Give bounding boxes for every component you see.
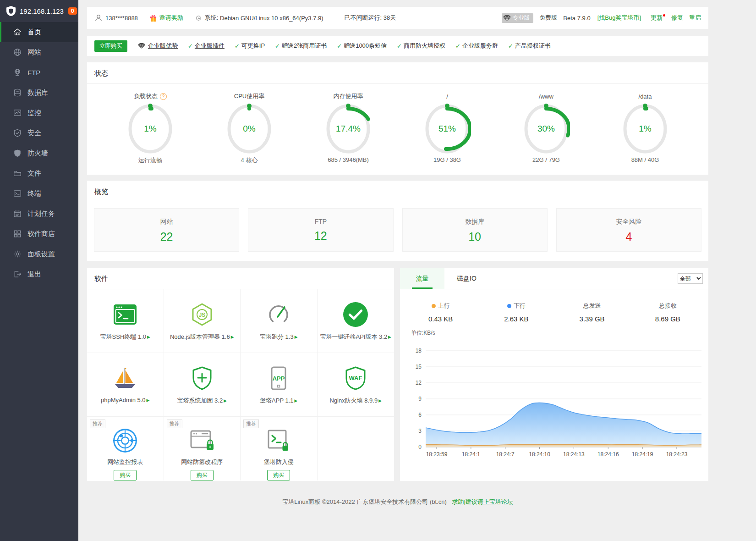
folder-icon xyxy=(13,169,22,177)
software-item-benchmark[interactable]: 宝塔跑分 1.3▶ xyxy=(241,289,318,353)
software-item-label: Node.js版本管理器 1.6▶ xyxy=(170,333,234,341)
overview-label: 数据库 xyxy=(403,218,547,226)
gift-icon xyxy=(150,14,157,22)
sidebar-item-label: 网站 xyxy=(27,48,41,57)
overview-box-databases[interactable]: 数据库10 xyxy=(402,208,548,252)
gauge-value: 1% xyxy=(126,124,174,134)
sidebar-item-monitor[interactable]: 监控 xyxy=(0,103,78,123)
enterprise-advantage-link[interactable]: 企业版优势 xyxy=(137,42,178,50)
sidebar-item-label: 终端 xyxy=(27,189,41,198)
update-notification-dot xyxy=(663,14,665,17)
software-item-nginx-waf[interactable]: WAFNginx防火墙 8.9.9▶ xyxy=(318,353,394,417)
play-icon: ▶ xyxy=(295,398,298,403)
sidebar-item-database[interactable]: 数据库 xyxy=(0,83,78,103)
sidebar-item-site[interactable]: 网站 xyxy=(0,42,78,62)
buy-button[interactable]: 购买 xyxy=(191,470,214,480)
sidebar-item-firewall[interactable]: 防火墙 xyxy=(0,143,78,163)
gauge-value: 30% xyxy=(522,124,570,134)
legend-value: 3.39 GB xyxy=(554,315,630,323)
gear-icon xyxy=(13,250,22,258)
logout-icon xyxy=(13,270,22,278)
bug-bounty-link[interactable]: [找Bug奖宝塔币] xyxy=(597,14,641,22)
sidebar-item-label: 面板设置 xyxy=(27,250,55,259)
gauge-value: 17.4% xyxy=(324,124,372,134)
check-icon: ✓ xyxy=(455,43,460,50)
chart-range-select[interactable]: 全部 xyxy=(678,273,703,284)
tamper-proof-icon xyxy=(189,429,215,453)
recommended-item-label: 网站防篡改程序 xyxy=(181,458,223,466)
overview-box-risks[interactable]: 安全风险4 xyxy=(556,208,701,252)
software-item-label: 宝塔系统加固 3.2▶ xyxy=(177,397,227,405)
overview-value: 10 xyxy=(403,230,547,243)
software-item-bt-app[interactable]: APP堡塔APP 1.1▶ xyxy=(241,353,318,417)
overview-label: 安全风险 xyxy=(557,218,701,226)
promo-feature-label: 企业版插件 xyxy=(195,42,225,50)
pro-version-badge[interactable]: 专业版 xyxy=(502,13,534,23)
status-card: 状态 负载状态? 1%运行流畅CPU使用率 0%4 核心内存使用率 17.4%6… xyxy=(87,62,708,175)
message-count-badge[interactable]: 0 xyxy=(68,7,77,15)
software-item-phpmyadmin[interactable]: phpMyAdmin 5.0▶ xyxy=(87,353,164,417)
sidebar-item-crontab[interactable]: 计划任务 xyxy=(0,204,78,224)
promo-feature: ✓可更换IP xyxy=(235,42,265,50)
recommended-item-tamper-proof[interactable]: 推荐网站防篡改程序购买 xyxy=(164,417,241,480)
user-account[interactable]: 138****8888 xyxy=(94,14,138,22)
software-item-label: 宝塔一键迁移API版本 3.2▶ xyxy=(320,333,391,341)
sidebar-item-label: 安全 xyxy=(27,129,41,138)
shield-check-icon xyxy=(13,129,22,137)
overview-box-ftp[interactable]: FTP12 xyxy=(248,208,393,252)
sidebar-item-files[interactable]: 文件 xyxy=(0,163,78,183)
gauge-value: 1% xyxy=(621,124,669,134)
software-item-ssh-terminal[interactable]: 宝塔SSH终端 1.0▶ xyxy=(87,289,164,353)
invite-reward-link[interactable]: 邀请奖励 xyxy=(150,14,183,22)
footer: 宝塔Linux面板 ©2014-2022 广东堡塔安全技术有限公司 (bt.cn… xyxy=(87,498,708,506)
buy-now-button[interactable]: 立即购买 xyxy=(94,40,127,52)
promo-feature-label: 企业版服务群 xyxy=(462,42,498,50)
gauge-0: 负载状态? 1%运行流畅 xyxy=(101,91,200,165)
tab-disk-io[interactable]: 磁盘IO xyxy=(444,268,489,289)
software-item-migrate-api[interactable]: 宝塔一键迁移API版本 3.2▶ xyxy=(318,289,394,353)
software-item-nodejs-manager[interactable]: JSNode.js版本管理器 1.6▶ xyxy=(164,289,241,353)
gauge-title: /data xyxy=(596,91,695,101)
update-link[interactable]: 更新 xyxy=(651,14,665,22)
gauges-row: 负载状态? 1%运行流畅CPU使用率 0%4 核心内存使用率 17.4%685 … xyxy=(87,84,708,175)
check-icon: ✓ xyxy=(188,43,193,50)
sidebar-item-label: 文件 xyxy=(27,169,41,178)
gauge-title: /www xyxy=(497,91,596,101)
sidebar-item-label: 监控 xyxy=(27,109,41,117)
gauge-title: CPU使用率 xyxy=(200,91,299,101)
footer-forum-link[interactable]: 求助|建议请上宝塔论坛 xyxy=(452,498,513,505)
app-icon: APP xyxy=(268,365,289,391)
help-icon[interactable]: ? xyxy=(160,93,167,100)
recommended-item-site-monitor-report[interactable]: 推荐网站监控报表购买 xyxy=(87,417,164,480)
sidebar-item-soft-store[interactable]: 软件商店 xyxy=(0,224,78,244)
recommended-item-anti-intrusion[interactable]: 推荐堡塔防入侵购买 xyxy=(241,417,318,480)
legend-item-3: 总接收8.69 GB xyxy=(630,302,706,323)
buy-button[interactable]: 购买 xyxy=(114,470,137,480)
uptime: 已不间断运行: 38天 xyxy=(345,14,396,22)
legend-dot xyxy=(432,304,436,308)
tab-traffic[interactable]: 流量 xyxy=(400,268,444,289)
overview-box-sites[interactable]: 网站22 xyxy=(94,208,239,252)
sidebar-item-ftp[interactable]: FTP xyxy=(0,62,78,83)
svg-text:APP: APP xyxy=(273,375,285,382)
sidebar-item-terminal[interactable]: 终端 xyxy=(0,183,78,204)
buy-button[interactable]: 购买 xyxy=(267,470,290,480)
software-item-label: 宝塔SSH终端 1.0▶ xyxy=(100,333,150,341)
sidebar-item-security[interactable]: 安全 xyxy=(0,123,78,143)
check-icon: ✓ xyxy=(235,43,240,50)
sidebar-item-logout[interactable]: 退出 xyxy=(0,264,78,284)
promo-feature: ✓赠送1000条短信 xyxy=(337,42,387,50)
software-item-system-harden[interactable]: 宝塔系统加固 3.2▶ xyxy=(164,353,241,417)
gauge-subtitle: 19G / 38G xyxy=(398,156,497,163)
sidebar-item-home[interactable]: 首页 xyxy=(0,22,78,42)
migrate-check-icon xyxy=(343,302,368,327)
svg-text:6: 6 xyxy=(418,412,422,418)
repair-link[interactable]: 修复 xyxy=(671,14,683,22)
restart-link[interactable]: 重启 xyxy=(689,14,701,22)
play-icon: ▶ xyxy=(224,398,227,403)
legend-value: 0.43 KB xyxy=(403,315,478,323)
sidebar-item-panel-config[interactable]: 面板设置 xyxy=(0,244,78,264)
legend-value: 2.63 KB xyxy=(478,315,554,323)
phpmyadmin-icon xyxy=(113,365,137,391)
play-icon: ▶ xyxy=(231,335,234,339)
